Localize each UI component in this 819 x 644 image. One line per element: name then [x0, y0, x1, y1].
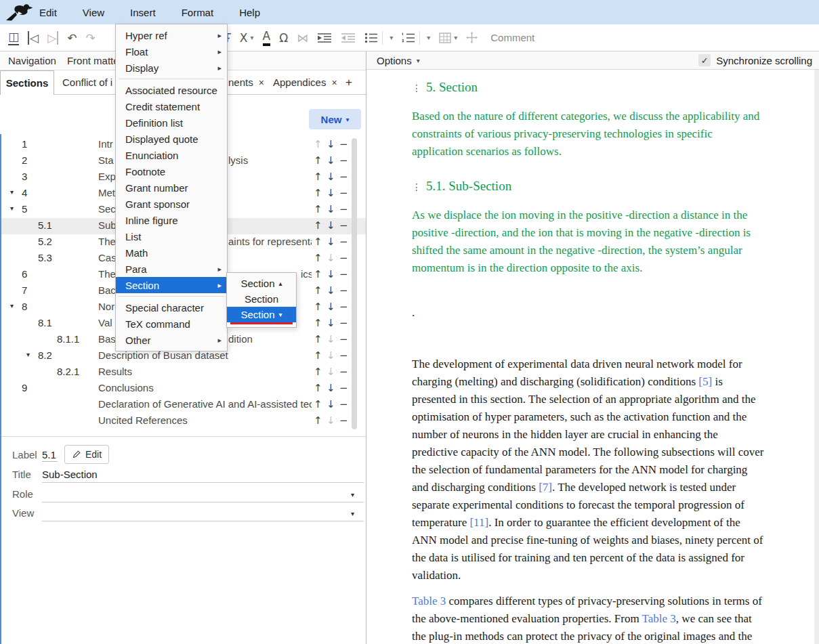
- move-up-button[interactable]: ↑: [314, 317, 322, 329]
- drag-handle-icon[interactable]: ⋮: [412, 83, 421, 93]
- insert-menu-item-definition-list[interactable]: Definition list: [116, 114, 227, 131]
- edit-label-button[interactable]: Edit: [64, 445, 109, 464]
- remove-section-button[interactable]: −: [339, 317, 348, 329]
- move-down-button[interactable]: ↓: [327, 138, 335, 150]
- move-up-button[interactable]: ↑: [314, 203, 322, 215]
- tree-scrollbar[interactable]: [352, 138, 357, 429]
- menubar-item-format[interactable]: Format: [180, 4, 215, 21]
- insert-menu-item-enunciation[interactable]: Enunciation: [116, 147, 227, 163]
- menubar-item-insert[interactable]: Insert: [129, 4, 157, 21]
- move-down-button[interactable]: ↓: [327, 154, 335, 167]
- citation-link[interactable]: [5]: [698, 375, 712, 388]
- move-down-button[interactable]: ↓: [327, 268, 335, 280]
- table-link[interactable]: Table 3: [412, 595, 446, 607]
- split-view-button[interactable]: ◫: [8, 30, 19, 45]
- tab-fragment[interactable]: nents×: [228, 77, 264, 88]
- move-up-button[interactable]: ↑: [314, 349, 322, 362]
- move-up-button[interactable]: ↑: [314, 366, 322, 378]
- move-up-button[interactable]: ↑: [314, 236, 322, 248]
- synchronize-scrolling-control[interactable]: ✓ Synchronize scrolling: [698, 54, 812, 66]
- move-down-button[interactable]: ↓: [327, 187, 335, 199]
- insert-menu-item-para[interactable]: Para▸: [116, 261, 227, 277]
- bullet-list-button[interactable]: ▾: [364, 31, 393, 45]
- remove-section-button[interactable]: −: [339, 187, 348, 199]
- paragraph-green[interactable]: Based on the nature of different categor…: [412, 108, 765, 160]
- tree-row[interactable]: Uncited References↑↓−: [0, 413, 366, 429]
- label-field-value[interactable]: 5.1: [42, 449, 58, 462]
- remove-section-button[interactable]: −: [339, 301, 348, 313]
- move-down-button[interactable]: ↓: [327, 284, 335, 297]
- remove-section-button[interactable]: −: [339, 154, 348, 167]
- insert-menu-item-inline-figure[interactable]: Inline figure: [116, 212, 227, 228]
- remove-section-button[interactable]: −: [339, 382, 348, 394]
- move-up-button[interactable]: ↑: [314, 154, 322, 167]
- add-tab-button[interactable]: +: [345, 76, 352, 89]
- view-dropdown[interactable]: [42, 521, 364, 521]
- script-toggle-button[interactable]: X▾: [240, 31, 254, 45]
- tree-row-8.2.1[interactable]: 8.2.1Results↑↓−: [0, 364, 366, 381]
- submenu-item-section-1[interactable]: Section: [227, 291, 296, 307]
- submenu-item-section-0[interactable]: Section▴: [227, 276, 296, 291]
- drag-handle-icon[interactable]: ⋮: [412, 182, 421, 192]
- chevron-down-icon[interactable]: ▾: [351, 510, 354, 517]
- expander-icon[interactable]: ▾: [26, 351, 30, 358]
- move-down-button[interactable]: ↓: [327, 219, 335, 232]
- font-color-button[interactable]: A: [263, 29, 271, 46]
- expander-icon[interactable]: ▾: [10, 302, 14, 309]
- tree-row[interactable]: Declaration of Generative AI and AI-assi…: [0, 397, 366, 413]
- insert-menu-item-float[interactable]: Float▸: [116, 43, 227, 60]
- indent-decrease-button[interactable]: [317, 33, 332, 43]
- table-link[interactable]: Table 3: [642, 612, 676, 625]
- insert-menu-item-footnote[interactable]: Footnote: [116, 163, 227, 179]
- tab-appendices[interactable]: Appendices×: [273, 77, 337, 88]
- move-up-button[interactable]: ↑: [314, 284, 322, 297]
- move-down-button[interactable]: ↓: [327, 171, 335, 183]
- move-up-button[interactable]: ↑: [314, 187, 322, 199]
- insert-menu-item-grant-number[interactable]: Grant number: [116, 179, 227, 196]
- insert-menu-item-credit-statement[interactable]: Credit statement: [116, 98, 227, 114]
- remove-section-button[interactable]: −: [339, 414, 348, 427]
- paragraph-body[interactable]: Table 3 compares different types of priv…: [412, 593, 765, 644]
- go-to-start-button[interactable]: ◁: [28, 31, 39, 45]
- chevron-down-icon[interactable]: ▾: [390, 34, 393, 41]
- insert-menu-item-tex-command[interactable]: TeX command: [116, 316, 227, 332]
- options-menu-button[interactable]: Options: [377, 55, 412, 66]
- move-down-button[interactable]: ↓: [327, 236, 335, 248]
- remove-section-button[interactable]: −: [339, 284, 348, 297]
- move-down-button[interactable]: ↓: [327, 382, 335, 394]
- remove-section-button[interactable]: −: [339, 236, 348, 248]
- remove-section-button[interactable]: −: [339, 268, 348, 280]
- move-up-button[interactable]: ↑: [314, 219, 322, 232]
- move-up-button[interactable]: ↑: [314, 301, 322, 313]
- tree-row-9[interactable]: 9Conclusions↑↓−: [0, 381, 366, 397]
- remove-section-button[interactable]: −: [339, 138, 348, 150]
- subsection-heading[interactable]: ⋮5.1. Sub-Section: [412, 177, 765, 197]
- insert-menu-item-displayed-quote[interactable]: Displayed quote: [116, 131, 227, 147]
- move-up-button[interactable]: ↑: [314, 382, 322, 394]
- tab-sections[interactable]: Sections: [0, 70, 54, 95]
- insert-menu-item-other[interactable]: Other▸: [116, 332, 227, 348]
- menubar-item-help[interactable]: Help: [238, 4, 261, 21]
- checkbox-checked-icon[interactable]: ✓: [698, 54, 711, 66]
- menubar-item-edit[interactable]: Edit: [38, 4, 58, 21]
- remove-section-button[interactable]: −: [339, 333, 348, 345]
- tab-conflict-of-interest[interactable]: Conflict of i: [62, 77, 112, 88]
- remove-section-button[interactable]: −: [339, 219, 348, 232]
- section-heading[interactable]: ⋮5. Section: [412, 78, 765, 98]
- remove-section-button[interactable]: −: [339, 349, 348, 362]
- remove-section-button[interactable]: −: [339, 252, 348, 264]
- submenu-item-section-2[interactable]: Section▾: [227, 307, 296, 322]
- move-down-button[interactable]: ↓: [327, 301, 335, 313]
- role-dropdown[interactable]: [42, 502, 364, 502]
- move-up-button[interactable]: ↑: [314, 398, 322, 410]
- paragraph-body[interactable]: The development of experimental data dri…: [412, 356, 765, 584]
- insert-menu-item-associated-resource[interactable]: Associated resource: [116, 82, 227, 98]
- move-up-button[interactable]: ↑: [314, 268, 322, 280]
- insert-menu-item-special-character[interactable]: Special character: [116, 299, 227, 316]
- citation-link[interactable]: [11]: [469, 516, 488, 529]
- citation-link[interactable]: [7]: [539, 481, 552, 494]
- move-up-button[interactable]: ↑: [314, 171, 322, 183]
- remove-section-button[interactable]: −: [339, 203, 348, 215]
- stray-dot-paragraph[interactable]: .: [412, 304, 765, 322]
- remove-section-button[interactable]: −: [339, 171, 348, 183]
